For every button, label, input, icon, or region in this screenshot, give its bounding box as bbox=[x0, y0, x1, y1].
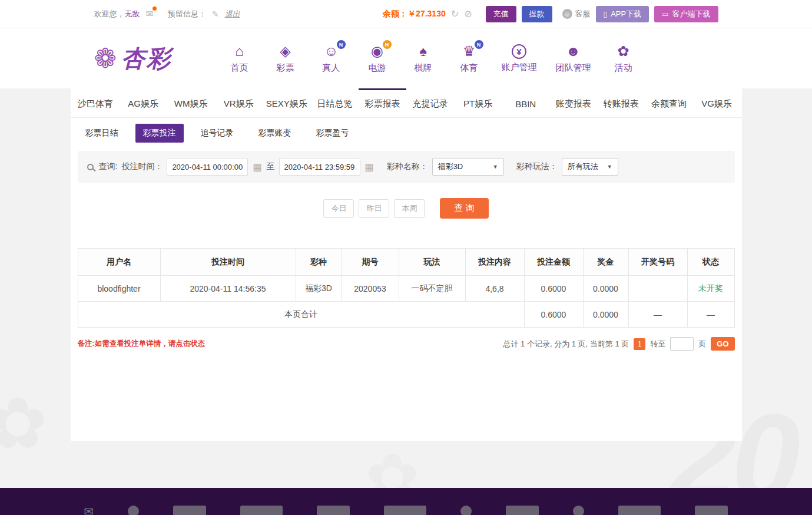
nav-label-sports: 体育 bbox=[460, 62, 478, 74]
current-page-button[interactable]: 1 bbox=[634, 338, 645, 350]
nav-label-promotions: 活动 bbox=[615, 62, 632, 74]
tab-deposit-withdraw-records[interactable]: 充提记录 bbox=[406, 88, 454, 117]
subtab-lottery-daily[interactable]: 彩票日结 bbox=[78, 124, 126, 143]
today-button[interactable]: 今日 bbox=[323, 199, 354, 218]
nav-label-team: 团队管理 bbox=[556, 62, 591, 74]
cell-draw-number bbox=[628, 276, 687, 302]
mail-icon[interactable]: ✉ bbox=[146, 8, 154, 19]
watermark-flower: ✿ bbox=[0, 382, 48, 464]
results-table: 用户名 投注时间 彩种 期号 玩法 投注内容 投注金额 奖金 开奖号码 状态 b bbox=[78, 248, 735, 328]
table-row: bloodfighter 2020-04-11 14:56:35 福彩3D 20… bbox=[78, 276, 734, 302]
nav-item-lottery[interactable]: ◈ 彩票 bbox=[272, 43, 299, 74]
goto-page-input[interactable] bbox=[670, 337, 694, 351]
lottery-ticket-icon: ◈ bbox=[280, 43, 290, 60]
withdraw-button[interactable]: 提款 bbox=[522, 6, 552, 22]
tab-wm[interactable]: WM娱乐 bbox=[167, 88, 215, 117]
logout-link[interactable]: 退出 bbox=[225, 9, 240, 19]
hot-badge: H bbox=[383, 40, 392, 49]
summary-row: 本页合计 0.6000 0.0000 — — bbox=[78, 302, 734, 328]
go-button[interactable]: GO bbox=[711, 337, 734, 351]
query-label: 查询: bbox=[99, 161, 118, 172]
partner-logo bbox=[618, 506, 661, 515]
gamepad-icon: ◉ bbox=[371, 43, 383, 60]
nav-item-egames[interactable]: H ◉ 电游 bbox=[364, 43, 391, 74]
gift-icon: ✿ bbox=[617, 43, 629, 60]
tab-lottery-report[interactable]: 彩票报表 bbox=[359, 88, 406, 117]
nav-label-chess: 棋牌 bbox=[415, 62, 432, 74]
customer-service-button[interactable]: ☺ 客服 bbox=[562, 9, 591, 19]
tab-transfer-report[interactable]: 转账报表 bbox=[597, 88, 645, 117]
tab-vr[interactable]: VR娱乐 bbox=[215, 88, 263, 117]
subtab-lottery-profit[interactable]: 彩票盈亏 bbox=[309, 124, 357, 143]
tab-vg[interactable]: VG娱乐 bbox=[692, 88, 740, 117]
nav-item-chess[interactable]: ♠ 棋牌 bbox=[410, 43, 437, 74]
quick-range-row: 今日 昨日 本周 查 询 bbox=[71, 198, 742, 219]
nav-item-sports[interactable]: N ♛ 体育 bbox=[456, 43, 483, 74]
nav-item-live[interactable]: N ☺ 真人 bbox=[318, 43, 345, 74]
subtab-lottery-bets[interactable]: 彩票投注 bbox=[135, 124, 184, 143]
yen-circle-icon: ¥ bbox=[512, 44, 526, 59]
refresh-balance-icon[interactable]: ↻ bbox=[451, 8, 459, 19]
tab-balance-query[interactable]: 余额查询 bbox=[645, 88, 692, 117]
site-logo[interactable]: ❁ 杏彩 bbox=[94, 42, 193, 75]
tab-account-change-report[interactable]: 账变报表 bbox=[549, 88, 597, 117]
nav-item-account[interactable]: ¥ 账户管理 bbox=[502, 43, 537, 74]
status-link[interactable]: 未开奖 bbox=[698, 283, 723, 293]
cell-play: 一码不定胆 bbox=[399, 276, 465, 302]
mail-glyph: ✉ bbox=[146, 9, 154, 19]
subtab-lottery-account-change[interactable]: 彩票账变 bbox=[251, 124, 299, 143]
app-download-label: APP下载 bbox=[611, 9, 641, 19]
client-download-button[interactable]: ▭ 客户端下载 bbox=[654, 6, 718, 22]
partner-logo bbox=[240, 506, 283, 515]
yesterday-button[interactable]: 昨日 bbox=[359, 199, 389, 218]
play-type-select[interactable]: 所有玩法 ▼ bbox=[562, 158, 618, 176]
play-type-label: 彩种玩法： bbox=[516, 161, 558, 172]
welcome-prefix: 欢迎您， bbox=[94, 9, 125, 18]
balance-group: 余额：￥27.3130 ↻ ⊘ 充值 提款 ☺ 客服 ▯ APP下载 ▭ 客户端… bbox=[383, 6, 718, 22]
tab-saba-sports[interactable]: 沙巴体育 bbox=[72, 88, 120, 117]
lottery-name-select[interactable]: 福彩3D ▼ bbox=[432, 158, 504, 176]
nav-item-team[interactable]: ☻ 团队管理 bbox=[556, 43, 591, 74]
partner-logo bbox=[573, 506, 584, 515]
note-text: 备注:如需查看投注单详情，请点击状态 bbox=[78, 339, 206, 349]
partner-logo bbox=[128, 506, 139, 515]
end-time-input[interactable] bbox=[279, 158, 360, 176]
new-badge: N bbox=[475, 40, 483, 49]
summary-status: — bbox=[687, 302, 734, 328]
calendar-icon[interactable]: ▦ bbox=[253, 161, 261, 173]
headset-icon: ☺ bbox=[562, 9, 572, 19]
this-week-button[interactable]: 本周 bbox=[394, 199, 425, 218]
tab-bbin[interactable]: BBIN bbox=[502, 88, 549, 117]
monitor-icon: ▭ bbox=[662, 10, 668, 18]
edit-icon[interactable]: ✎ bbox=[212, 9, 219, 19]
deposit-button[interactable]: 充值 bbox=[486, 6, 516, 22]
phone-icon: ▯ bbox=[604, 10, 608, 18]
topbar-inner: 欢迎您，无敌 ✉ 预留信息： ✎ 退出 余额：￥27.3130 ↻ ⊘ 充值 提… bbox=[94, 0, 718, 28]
nav-item-promotions[interactable]: ✿ 活动 bbox=[610, 43, 637, 74]
start-time-input[interactable] bbox=[167, 158, 248, 176]
summary-label: 本页合计 bbox=[78, 302, 524, 328]
team-icon: ☻ bbox=[566, 43, 581, 60]
col-username: 用户名 bbox=[78, 249, 160, 276]
balance-label: 余额： bbox=[383, 9, 407, 18]
calendar-icon[interactable]: ▦ bbox=[365, 161, 374, 173]
col-bet-time: 投注时间 bbox=[160, 249, 296, 276]
nav-item-home[interactable]: ⌂ 首页 bbox=[226, 43, 253, 74]
partner-logo bbox=[460, 506, 472, 515]
col-amount: 投注金额 bbox=[524, 249, 583, 276]
tab-pt[interactable]: PT娱乐 bbox=[454, 88, 502, 117]
query-button[interactable]: 查 询 bbox=[440, 198, 488, 219]
subtab-chase-records[interactable]: 追号记录 bbox=[193, 124, 241, 143]
tab-daily-summary[interactable]: 日结总览 bbox=[311, 88, 359, 117]
cell-prize: 0.0000 bbox=[583, 276, 628, 302]
site-header: ❁ 杏彩 ⌂ 首页 ◈ 彩票 N ☺ 真人 H ◉ 电游 ♠ bbox=[0, 28, 812, 88]
partner-logo: ✉ bbox=[84, 506, 94, 515]
table-header-row: 用户名 投注时间 彩种 期号 玩法 投注内容 投注金额 奖金 开奖号码 状态 bbox=[78, 249, 734, 276]
topbar: 欢迎您，无敌 ✉ 预留信息： ✎ 退出 余额：￥27.3130 ↻ ⊘ 充值 提… bbox=[0, 0, 812, 28]
unread-dot bbox=[153, 6, 157, 11]
tab-sexy[interactable]: SEXY娱乐 bbox=[263, 88, 311, 117]
app-download-button[interactable]: ▯ APP下载 bbox=[596, 6, 649, 22]
search-icon bbox=[87, 164, 94, 170]
hide-balance-icon[interactable]: ⊘ bbox=[464, 8, 472, 19]
tab-ag[interactable]: AG娱乐 bbox=[120, 88, 167, 117]
